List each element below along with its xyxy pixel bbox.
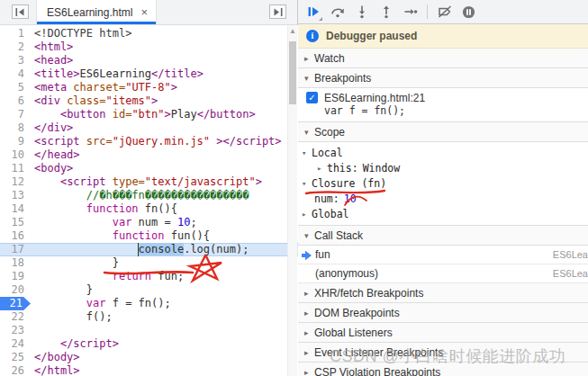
line-number[interactable]: 16 — [0, 229, 31, 243]
code-token: f = fn(); — [105, 297, 170, 309]
resume-button[interactable] — [302, 1, 324, 22]
section-header-global-listeners[interactable]: ▸Global Listeners — [298, 323, 588, 343]
line-number[interactable]: 18 — [0, 256, 31, 270]
section-header-csp-violation-breakpoints[interactable]: ▸CSP Violation Breakpoints — [298, 363, 588, 376]
line-number[interactable]: 12 — [0, 175, 31, 189]
disclosure-icon: ▾ — [302, 148, 312, 157]
breakpoint-snippet[interactable]: var f = fn(); — [324, 104, 588, 118]
code-line[interactable]: 11<body> — [0, 162, 298, 175]
section-header-scope[interactable]: ▾Scope — [298, 122, 588, 142]
line-number[interactable]: 10 — [0, 148, 31, 162]
disclosure-icon: ▸ — [317, 164, 327, 173]
code-line[interactable]: 2<html> — [0, 40, 298, 54]
line-number[interactable]: 8 — [0, 121, 31, 135]
scrollbar-up-icon[interactable]: ▲ — [288, 25, 297, 37]
code-token: </title> — [151, 67, 204, 80]
tabs-scroll-left-icon[interactable] — [12, 4, 29, 19]
code-line[interactable]: 26</html> — [0, 364, 298, 376]
code-line[interactable]: 10</head> — [0, 148, 298, 162]
code-line[interactable]: 13 //�h���fn���������������� — [0, 189, 298, 202]
tab-es6learning[interactable]: ES6Learning.html × — [36, 0, 157, 24]
code-line[interactable]: 16 function fun(){ — [0, 229, 298, 243]
code-line[interactable]: 6<div class="items"> — [0, 94, 298, 108]
line-number[interactable]: 15 — [0, 216, 31, 229]
line-number[interactable]: 4 — [0, 67, 31, 81]
step-into-button[interactable] — [350, 1, 373, 22]
breakpoint-line-number[interactable]: 21 — [0, 297, 31, 310]
line-number[interactable]: 20 — [0, 283, 31, 297]
step-over-button[interactable] — [326, 1, 348, 22]
line-number[interactable]: 25 — [0, 351, 31, 364]
code-token: function — [86, 202, 139, 215]
deactivate-breakpoints-button[interactable] — [433, 1, 456, 22]
code-line[interactable]: 17 console.log(num); — [0, 243, 298, 256]
code-line[interactable]: 14 function fn(){ — [0, 202, 298, 216]
section-header-breakpoints[interactable]: ▾Breakpoints — [298, 68, 588, 88]
line-number[interactable]: 17 — [0, 243, 31, 256]
line-number[interactable]: 6 — [0, 94, 31, 108]
section-header-xhr-fetch-breakpoints[interactable]: ▸XHR/fetch Breakpoints — [298, 283, 588, 303]
scope-row-this[interactable]: ▸this:Window — [298, 160, 588, 175]
code-line[interactable]: 21 var f = fn(); — [0, 297, 298, 310]
editor-tabstrip: ES6Learning.html × — [0, 0, 297, 25]
call-stack-frame[interactable]: (anonymous)ES6Lea — [298, 264, 588, 283]
line-number[interactable]: 24 — [0, 337, 31, 351]
line-number[interactable]: 3 — [0, 54, 31, 67]
tab-close-icon[interactable]: × — [140, 6, 148, 18]
code-line[interactable]: 19 return fun; — [0, 270, 298, 283]
call-stack-frame[interactable]: funES6Lea — [298, 246, 588, 264]
line-number[interactable]: 1 — [0, 27, 31, 40]
code-line[interactable]: 20 } — [0, 283, 298, 297]
editor-scrollbar[interactable]: ▲ — [287, 25, 297, 376]
code-line[interactable]: 3<head> — [0, 54, 298, 67]
code-line[interactable]: 22 f(); — [0, 310, 298, 324]
pause-on-exceptions-button[interactable] — [457, 1, 480, 22]
code-line[interactable]: 23 — [0, 324, 298, 337]
code-editor[interactable]: 1<!DOCTYPE html>2<html>3<head>4<title>ES… — [0, 25, 298, 376]
scope-row-closure-fn[interactable]: ▾Closure (fn) — [298, 175, 588, 191]
code-line[interactable]: 12 <script type="text/javascript"> — [0, 175, 298, 189]
property-name: num: — [314, 192, 339, 205]
code-line[interactable]: 24 </script> — [0, 337, 298, 351]
debugger-toolbar — [298, 0, 588, 24]
scope-name: Global — [312, 208, 349, 220]
breakpoint-entry[interactable]: ✓ES6Learning.html:21 — [298, 91, 588, 104]
line-number[interactable]: 26 — [0, 364, 31, 376]
code-line[interactable]: 5<meta charset="UTF-8"> — [0, 81, 298, 94]
code-line[interactable]: 25</body> — [0, 351, 298, 364]
breakpoints-content: ✓ES6Learning.html:21var f = fn(); — [298, 88, 588, 122]
step-button[interactable] — [399, 1, 421, 22]
line-number[interactable]: 23 — [0, 324, 31, 337]
code-line[interactable]: 1<!DOCTYPE html> — [0, 27, 298, 40]
code-token: <title> — [34, 67, 80, 80]
line-number[interactable]: 22 — [0, 310, 31, 324]
code-line[interactable]: 8</div> — [0, 121, 298, 135]
scope-row-num[interactable]: num:10 — [298, 191, 588, 206]
tabs-scroll-right-icon[interactable] — [269, 4, 286, 19]
line-number[interactable]: 13 — [0, 189, 31, 202]
code-line[interactable]: 18 } — [0, 256, 298, 270]
line-number[interactable]: 5 — [0, 81, 31, 94]
breakpoint-checkbox[interactable]: ✓ — [306, 92, 318, 103]
code-token: </script> — [223, 135, 282, 148]
code-line[interactable]: 15 var num = 10; — [0, 216, 298, 229]
step-out-button[interactable] — [375, 1, 397, 22]
code-line[interactable]: 4<title>ES6Learning</title> — [0, 67, 298, 81]
line-number[interactable]: 19 — [0, 270, 31, 283]
scrollbar-thumb[interactable] — [289, 41, 296, 104]
code-line[interactable]: 9<script src="jQuery.min.js" ></script> — [0, 135, 298, 148]
section-header-watch[interactable]: ▸Watch — [298, 49, 588, 68]
section-header-event-listener-breakpoints[interactable]: ▸Event Listener Breakpoints — [298, 343, 588, 363]
line-number[interactable]: 11 — [0, 162, 31, 175]
scope-row-local[interactable]: ▾Local — [298, 145, 588, 160]
code-token: fn(){ — [139, 202, 177, 215]
scope-row-global[interactable]: ▸Global — [298, 206, 588, 221]
section-header-dom-breakpoints[interactable]: ▸DOM Breakpoints — [298, 303, 588, 323]
section-label: Global Listeners — [314, 327, 393, 339]
line-number[interactable]: 14 — [0, 202, 31, 216]
line-number[interactable]: 9 — [0, 135, 31, 148]
section-header-call-stack[interactable]: ▾Call Stack — [298, 226, 588, 246]
code-line[interactable]: 7 <button id="btn">Play</button> — [0, 108, 298, 121]
line-number[interactable]: 2 — [0, 40, 31, 54]
line-number[interactable]: 7 — [0, 108, 31, 121]
